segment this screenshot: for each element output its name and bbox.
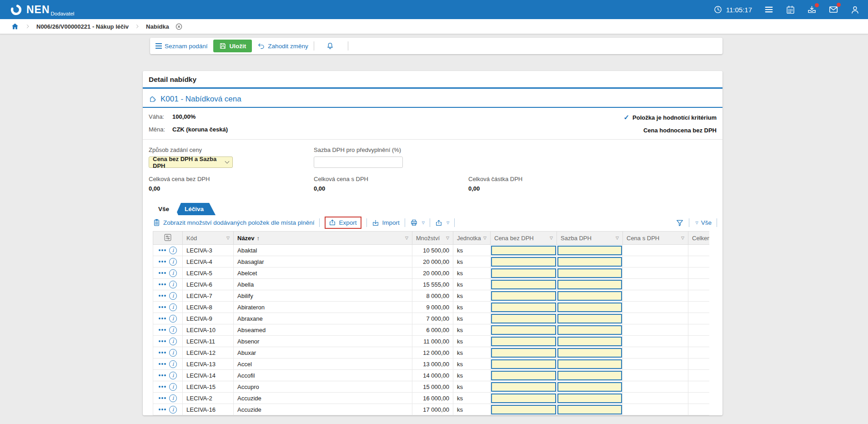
row-info-icon[interactable]: i — [169, 247, 177, 254]
row-info-icon[interactable]: i — [169, 394, 177, 402]
row-menu-icon[interactable] — [159, 295, 166, 297]
breadcrumb-item-procedure[interactable]: N006/26/V00000221 - Nákup léčiv — [36, 23, 129, 30]
close-tab-icon[interactable] — [175, 23, 183, 30]
price-net-input[interactable] — [491, 314, 556, 323]
vat-rate-input[interactable] — [557, 291, 622, 301]
vat-rate-input[interactable] — [557, 268, 622, 278]
notifications-bell-button[interactable] — [326, 42, 334, 50]
row-menu-icon[interactable] — [159, 340, 166, 342]
tab-vse[interactable]: Vše — [153, 203, 178, 215]
row-menu-icon[interactable] — [159, 306, 166, 308]
column-header-kod[interactable]: Kód ▽ — [183, 232, 234, 245]
filter-icon[interactable]: ▽ — [446, 236, 449, 240]
row-menu-icon[interactable] — [159, 261, 166, 262]
vat-rate-input[interactable] — [557, 405, 622, 414]
calendar-icon[interactable] — [786, 5, 795, 15]
row-menu-icon[interactable] — [159, 272, 166, 274]
filter-funnel-button[interactable] — [676, 219, 684, 227]
price-entry-mode-select[interactable]: Cena bez DPH a Sazba DPH — [149, 156, 233, 168]
share-menu-button[interactable]: ▽ — [435, 219, 449, 227]
row-info-icon[interactable]: i — [169, 406, 177, 414]
filter-icon[interactable]: ▽ — [616, 236, 619, 240]
vat-rate-input[interactable] — [557, 257, 622, 267]
row-info-icon[interactable]: i — [169, 292, 177, 300]
vat-rate-input[interactable] — [557, 371, 622, 380]
filter-icon[interactable]: ▽ — [550, 236, 553, 240]
filter-icon[interactable]: ▽ — [483, 236, 487, 240]
row-info-icon[interactable]: i — [169, 303, 177, 311]
messages-icon[interactable] — [828, 5, 838, 15]
row-info-icon[interactable]: i — [169, 281, 177, 288]
row-info-icon[interactable]: i — [169, 383, 177, 391]
export-button[interactable]: Export — [325, 217, 361, 229]
column-header-nazev[interactable]: Název ↑ ▽ — [234, 232, 412, 245]
row-info-icon[interactable]: i — [169, 360, 177, 368]
vat-prefill-input[interactable] — [314, 156, 403, 168]
row-info-icon[interactable]: i — [169, 326, 177, 334]
nen-brand[interactable]: NEN Dodavatel — [10, 4, 74, 16]
price-net-input[interactable] — [491, 405, 556, 414]
vat-rate-input[interactable] — [557, 280, 622, 289]
row-menu-icon[interactable] — [159, 352, 166, 353]
price-net-input[interactable] — [491, 394, 556, 403]
price-net-input[interactable] — [491, 325, 556, 335]
filter-icon[interactable]: ▽ — [681, 236, 684, 240]
vat-rate-input[interactable] — [557, 359, 622, 369]
price-net-input[interactable] — [491, 303, 556, 312]
row-menu-icon[interactable] — [159, 397, 166, 399]
price-net-input[interactable] — [491, 359, 556, 369]
row-info-icon[interactable]: i — [169, 372, 177, 379]
user-profile-icon[interactable] — [850, 5, 860, 15]
vat-rate-input[interactable] — [557, 394, 622, 403]
row-menu-icon[interactable] — [159, 363, 166, 365]
vat-rate-input[interactable] — [557, 348, 622, 358]
vat-rate-input[interactable] — [557, 314, 622, 323]
breadcrumb-item-current[interactable]: Nabídka — [146, 23, 169, 30]
row-menu-icon[interactable] — [159, 318, 166, 319]
row-menu-icon[interactable] — [159, 386, 166, 388]
row-menu-icon[interactable] — [159, 249, 166, 251]
row-info-icon[interactable]: i — [169, 315, 177, 323]
home-icon[interactable] — [11, 22, 19, 30]
price-net-input[interactable] — [491, 337, 556, 346]
row-menu-icon[interactable] — [159, 374, 166, 376]
row-info-icon[interactable]: i — [169, 338, 177, 345]
price-net-input[interactable] — [491, 371, 556, 380]
row-menu-icon[interactable] — [159, 283, 166, 285]
price-net-input[interactable] — [491, 246, 556, 255]
column-header-celkem[interactable]: Celkem — [688, 232, 710, 245]
vat-rate-input[interactable] — [557, 382, 622, 392]
row-menu-icon[interactable] — [159, 329, 166, 331]
print-menu-button[interactable]: ▽ — [410, 219, 425, 227]
column-header-cena-bez-dph[interactable]: Cena bez DPH ▽ — [491, 232, 557, 245]
view-filter-select[interactable]: ▽ Vše — [694, 219, 712, 226]
row-info-icon[interactable]: i — [169, 349, 177, 357]
vat-rate-input[interactable] — [557, 325, 622, 335]
price-net-input[interactable] — [491, 382, 556, 392]
show-quantities-button[interactable]: Zobrazit množství dodávaných položek dle… — [153, 219, 314, 227]
row-info-icon[interactable]: i — [169, 258, 177, 266]
inbox-downloads-icon[interactable] — [807, 5, 817, 15]
price-net-input[interactable] — [491, 268, 556, 278]
filter-icon[interactable]: ▽ — [226, 236, 230, 240]
row-menu-icon[interactable] — [159, 409, 166, 410]
vat-rate-input[interactable] — [557, 303, 622, 312]
discard-changes-button[interactable]: Zahodit změny — [257, 42, 308, 50]
vat-rate-input[interactable] — [557, 246, 622, 255]
column-header-cena-s-dph[interactable]: Cena s DPH ▽ — [623, 232, 688, 245]
import-button[interactable]: Import — [372, 219, 399, 227]
column-header-jednotka[interactable]: Jednotka ▽ — [453, 232, 491, 245]
price-net-input[interactable] — [491, 257, 556, 267]
column-header-sazba-dph[interactable]: Sazba DPH ▽ — [557, 232, 623, 245]
row-info-icon[interactable]: i — [169, 269, 177, 277]
filter-icon[interactable]: ▽ — [405, 236, 408, 240]
price-net-input[interactable] — [491, 291, 556, 301]
column-settings-icon[interactable] — [164, 233, 172, 242]
menu-icon[interactable] — [764, 5, 774, 15]
tab-leciva[interactable]: Léčiva — [176, 203, 216, 215]
price-net-input[interactable] — [491, 280, 556, 289]
vat-rate-input[interactable] — [557, 337, 622, 346]
submission-list-button[interactable]: Seznam podání — [156, 43, 208, 50]
column-header-mnozstvi[interactable]: Množství ▽ — [412, 232, 453, 245]
save-button[interactable]: Uložit — [213, 40, 252, 52]
